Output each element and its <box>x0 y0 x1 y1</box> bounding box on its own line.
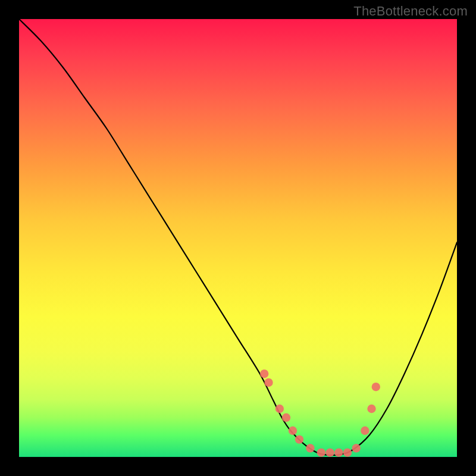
marker-dot <box>372 383 380 391</box>
marker-dot <box>282 414 290 422</box>
marker-dot <box>260 369 268 378</box>
marker-dot <box>289 427 297 435</box>
marker-dot <box>334 448 343 456</box>
marker-dot <box>325 448 334 456</box>
marker-dot <box>275 405 284 413</box>
curve-layer <box>19 19 457 457</box>
marker-dots-group <box>260 369 380 457</box>
watermark-text: TheBottleneck.com <box>353 4 468 19</box>
marker-dot <box>352 444 361 452</box>
chart-frame: TheBottleneck.com <box>0 0 476 476</box>
marker-dot <box>361 427 369 435</box>
marker-dot <box>295 435 303 443</box>
marker-dot <box>306 444 314 452</box>
plot-area <box>19 19 457 457</box>
marker-dot <box>343 448 352 456</box>
marker-dot <box>367 405 375 413</box>
marker-dot <box>317 448 325 456</box>
bottleneck-curve <box>19 19 457 455</box>
marker-dot <box>264 378 273 387</box>
